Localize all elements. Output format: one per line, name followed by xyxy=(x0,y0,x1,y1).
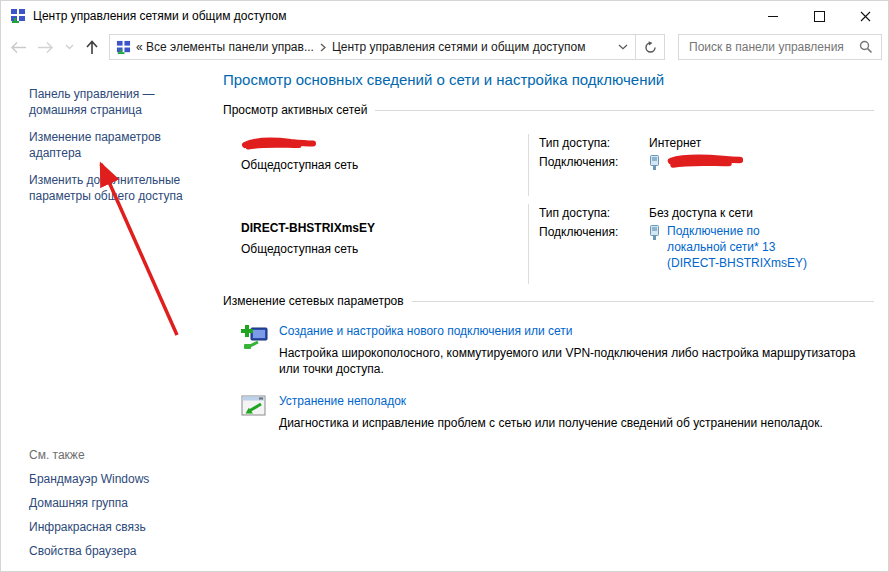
access-type-value: Без доступа к сети xyxy=(649,204,753,223)
close-icon xyxy=(860,11,871,22)
network-row-2: DIRECT-BHSTRIXmsEY Общедоступная сеть Ти… xyxy=(241,204,888,284)
window-title: Центр управления сетями и общим доступом xyxy=(33,9,287,23)
setup-new-connection-description: Настройка широкополосного, коммутируемог… xyxy=(279,345,867,377)
network-settings-section-header: Изменение сетевых параметров xyxy=(223,294,888,308)
breadcrumb-current[interactable]: Центр управления сетями и общим доступом xyxy=(332,40,586,54)
up-button[interactable] xyxy=(83,40,101,55)
network-2-connection-link[interactable]: Подключение по локальной сети* 13 (DIREC… xyxy=(667,223,809,271)
network-1-name-redaction xyxy=(241,136,528,152)
network-1-category: Общедоступная сеть xyxy=(241,157,528,173)
minimize-button[interactable] xyxy=(750,1,796,31)
sidebar-item-advanced-sharing-settings[interactable]: Изменить дополнительные параметры общего… xyxy=(29,172,197,204)
forward-button[interactable] xyxy=(36,41,54,54)
search-input[interactable] xyxy=(687,39,859,55)
back-button[interactable] xyxy=(9,41,27,54)
access-type-label: Тип доступа: xyxy=(539,134,649,153)
access-type-label: Тип доступа: xyxy=(539,204,649,223)
network-2-identity: DIRECT-BHSTRIXmsEY Общедоступная сеть xyxy=(241,204,528,284)
navigation-bar: « Все элементы панели управ... Центр упр… xyxy=(1,31,888,63)
back-arrow-icon xyxy=(10,41,27,54)
network-1-connection-redaction xyxy=(667,153,743,171)
network-center-icon xyxy=(10,8,26,24)
connections-label: Подключения: xyxy=(539,153,649,172)
sidebar-item-control-panel-home[interactable]: Панель управления — домашняя страница xyxy=(29,86,197,118)
sidebar: Панель управления — домашняя страница Из… xyxy=(1,63,223,571)
chevron-down-icon xyxy=(65,44,74,50)
recent-pages-dropdown[interactable] xyxy=(63,44,75,50)
see-also-header: См. также xyxy=(29,448,197,462)
main-content: Просмотр основных сведений о сети и наст… xyxy=(223,63,888,571)
search-box[interactable] xyxy=(678,34,882,60)
active-networks-section-header: Просмотр активных сетей xyxy=(223,103,888,117)
section-header-label: Изменение сетевых параметров xyxy=(223,294,404,308)
refresh-icon xyxy=(644,41,657,54)
connections-row: Подключения: Подключение по локальной се… xyxy=(539,223,888,271)
access-type-row: Тип доступа: Интернет xyxy=(539,134,888,153)
section-rule xyxy=(375,110,874,111)
setup-new-connection-item: Создание и настройка нового подключения … xyxy=(241,323,888,377)
up-arrow-icon xyxy=(85,40,99,55)
network-2-name: DIRECT-BHSTRIXmsEY xyxy=(241,220,528,236)
sidebar-item-internet-options[interactable]: Свойства браузера xyxy=(29,543,197,559)
new-connection-icon xyxy=(241,323,271,377)
connections-label: Подключения: xyxy=(539,223,649,242)
window-controls xyxy=(750,1,888,31)
maximize-button[interactable] xyxy=(796,1,842,31)
maximize-icon xyxy=(814,11,825,22)
access-type-row: Тип доступа: Без доступа к сети xyxy=(539,204,888,223)
title-bar: Центр управления сетями и общим доступом xyxy=(1,1,888,31)
troubleshoot-link[interactable]: Устранение неполадок xyxy=(279,393,823,409)
minimize-icon xyxy=(768,16,778,17)
troubleshoot-item: Устранение неполадок Диагностика и испра… xyxy=(241,393,888,431)
breadcrumb-separator-icon[interactable] xyxy=(320,43,326,52)
breadcrumb-network-icon xyxy=(116,40,131,55)
address-bar[interactable]: « Все элементы панели управ... Центр упр… xyxy=(109,34,665,60)
close-button[interactable] xyxy=(842,1,888,31)
section-rule xyxy=(412,301,874,302)
see-also-section: См. также Брандмауэр Windows Домашняя гр… xyxy=(29,448,197,567)
network-sharing-center-window: Центр управления сетями и общим доступом xyxy=(0,0,889,572)
forward-arrow-icon xyxy=(37,41,54,54)
setup-new-connection-link[interactable]: Создание и настройка нового подключения … xyxy=(279,323,867,339)
network-2-details: Тип доступа: Без доступа к сети Подключе… xyxy=(528,204,888,284)
network-1-details: Тип доступа: Интернет Подключения: xyxy=(528,134,888,196)
ethernet-plug-icon xyxy=(649,155,660,171)
breadcrumb-collapsed[interactable]: « Все элементы панели управ... xyxy=(136,40,314,54)
sidebar-item-windows-firewall[interactable]: Брандмауэр Windows xyxy=(29,471,197,487)
network-1-identity: Общедоступная сеть xyxy=(241,134,528,196)
address-dropdown-button[interactable] xyxy=(611,35,635,59)
section-header-label: Просмотр активных сетей xyxy=(223,103,367,117)
sidebar-item-change-adapter-settings[interactable]: Изменение параметров адаптера xyxy=(29,129,197,161)
page-title: Просмотр основных сведений о сети и наст… xyxy=(223,70,888,90)
ethernet-plug-icon xyxy=(649,225,660,241)
sidebar-item-homegroup[interactable]: Домашняя группа xyxy=(29,495,197,511)
connections-row: Подключения: xyxy=(539,153,888,172)
chevron-down-icon xyxy=(618,44,628,50)
network-2-category: Общедоступная сеть xyxy=(241,241,528,257)
access-type-value: Интернет xyxy=(649,134,701,153)
setup-new-connection-texts: Создание и настройка нового подключения … xyxy=(279,323,867,377)
troubleshoot-icon xyxy=(241,393,271,431)
troubleshoot-texts: Устранение неполадок Диагностика и испра… xyxy=(279,393,823,431)
sidebar-item-infrared[interactable]: Инфракрасная связь xyxy=(29,519,197,535)
refresh-button[interactable] xyxy=(635,35,664,59)
troubleshoot-description: Диагностика и исправление проблем с сеть… xyxy=(279,415,823,431)
network-row-1: Общедоступная сеть Тип доступа: Интернет… xyxy=(241,134,888,196)
search-icon[interactable] xyxy=(859,40,873,54)
